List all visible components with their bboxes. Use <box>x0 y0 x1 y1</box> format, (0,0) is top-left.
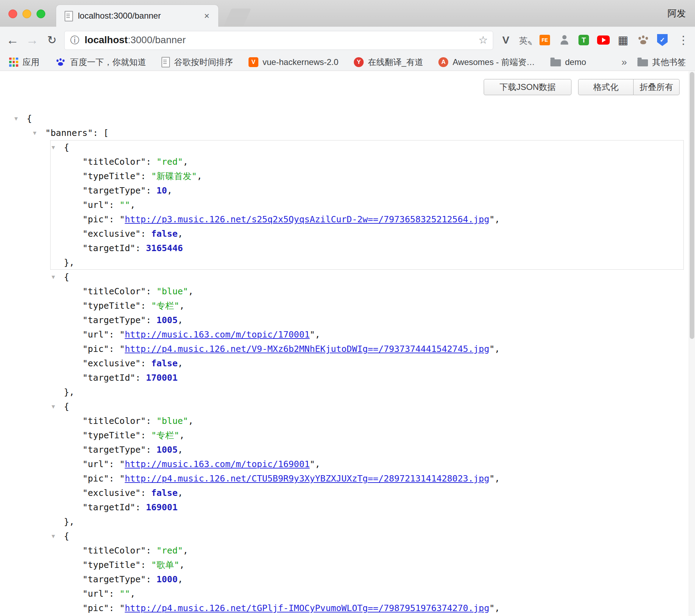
json-punct: , <box>130 200 135 210</box>
json-punct: : <box>109 603 119 613</box>
json-link[interactable]: http://p4.music.126.net/V9-MXz6b2MNhEKju… <box>125 344 489 354</box>
json-punct: " <box>489 603 495 613</box>
json-punct: : <box>141 488 151 498</box>
collapse-toggle-icon[interactable]: ▼ <box>14 111 18 126</box>
titlebar: localhost:3000/banner × 阿发 <box>0 0 695 27</box>
url-path: :3000/banner <box>128 34 186 45</box>
bookmark-label: 在线翻译_有道 <box>368 57 423 68</box>
other-bookmarks-folder[interactable]: 其他书签 <box>637 57 686 68</box>
page-info-icon[interactable]: ⓘ <box>70 31 79 49</box>
qrcode-extension-icon[interactable]: ▦ <box>615 32 631 48</box>
collapse-toggle-icon[interactable]: ▼ <box>52 140 55 155</box>
json-tree: ▼{▼"banners": [▼{"titleColor": "red","ty… <box>0 111 695 616</box>
json-punct: { <box>64 142 69 152</box>
json-number: 1005 <box>157 315 178 325</box>
bookmark-google-sort[interactable]: 谷歌按时间排序 <box>161 57 233 68</box>
json-key: "targetType" <box>82 574 146 584</box>
json-string: "专栏" <box>151 301 179 311</box>
json-link[interactable]: http://p4.music.126.net/tGPljf-IMOCyPvum… <box>125 603 489 613</box>
json-punct: , <box>495 214 500 224</box>
json-key: "url" <box>82 200 109 210</box>
fe-extension-icon[interactable]: FE <box>537 32 552 48</box>
json-key: "pic" <box>82 344 109 354</box>
json-number: false <box>151 358 178 368</box>
profile-name[interactable]: 阿发 <box>668 0 686 27</box>
json-line: "typeTitle": "歌单", <box>0 558 695 572</box>
json-punct: " <box>119 344 125 354</box>
json-line: "url": "", <box>0 198 695 212</box>
bookmark-awesomes[interactable]: A Awesomes - 前端资… <box>438 57 535 68</box>
json-line: ▼{ <box>0 399 695 414</box>
collapse-toggle-icon[interactable]: ▼ <box>33 126 37 140</box>
scrollbar-thumb[interactable] <box>690 72 694 339</box>
person-extension-icon[interactable] <box>557 32 572 48</box>
collapse-toggle-icon[interactable]: ▼ <box>52 270 55 284</box>
back-button[interactable]: ← <box>5 27 20 53</box>
v-badge-icon: V <box>249 57 258 67</box>
browser-menu-icon[interactable]: ⋮ <box>676 32 691 48</box>
json-key: "url" <box>82 329 109 340</box>
close-window-button[interactable] <box>8 9 17 18</box>
json-key: "targetId" <box>82 502 135 512</box>
json-link[interactable]: http://music.163.com/m/topic/170001 <box>125 329 310 340</box>
json-link[interactable]: http://music.163.com/m/topic/169001 <box>125 459 310 469</box>
json-key: "titleColor" <box>82 545 146 556</box>
json-punct: " <box>489 473 495 484</box>
json-punct: " <box>489 344 495 354</box>
new-tab-button[interactable] <box>223 8 251 27</box>
youdao-y-icon: Y <box>354 57 364 67</box>
collapse-toggle-icon[interactable]: ▼ <box>52 529 55 543</box>
json-punct: : <box>146 286 157 296</box>
forward-button[interactable]: → <box>25 27 40 53</box>
json-line: "targetType": 1000, <box>0 572 695 586</box>
json-line: "exclusive": false, <box>0 356 695 371</box>
page-scrollbar[interactable] <box>689 71 695 616</box>
collapse-all-button[interactable]: 折叠所有 <box>634 79 680 95</box>
browser-tab[interactable]: localhost:3000/banner × <box>56 5 218 27</box>
tab-close-icon[interactable]: × <box>201 11 212 21</box>
translate-extension-icon[interactable]: 英✎ <box>518 32 533 48</box>
json-punct: , <box>178 445 183 455</box>
json-link[interactable]: http://p4.music.126.net/CTU5B9R9y3XyYBZX… <box>125 473 489 484</box>
bookmark-star-icon[interactable]: ☆ <box>478 31 488 49</box>
json-string: "专栏" <box>151 430 179 440</box>
json-line: "targetId": 169001 <box>0 500 695 515</box>
page-favicon-icon <box>65 11 73 21</box>
json-string: "blue" <box>157 416 188 426</box>
json-punct: : <box>146 185 157 196</box>
json-punct: { <box>64 401 69 412</box>
json-punct: { <box>27 113 32 124</box>
bookmark-demo-folder[interactable]: demo <box>550 57 586 67</box>
shield-check-extension-icon[interactable]: ✓ <box>655 32 670 48</box>
url-bar[interactable]: ⓘ localhost:3000/banner ☆ <box>64 31 493 50</box>
format-button[interactable]: 格式化 <box>578 79 634 95</box>
download-json-button[interactable]: 下载JSON数据 <box>484 79 571 95</box>
paw-extension-icon[interactable] <box>635 32 651 48</box>
json-line: "exclusive": false, <box>0 227 695 241</box>
json-line: }, <box>0 255 695 270</box>
bookmark-vue-hackernews[interactable]: V vue-hackernews-2.0 <box>249 57 338 67</box>
bookmark-youdao[interactable]: Y 在线翻译_有道 <box>354 57 423 68</box>
json-number: false <box>151 229 178 239</box>
json-key: "targetType" <box>82 315 146 325</box>
tampermonkey-extension-icon[interactable]: T <box>576 32 591 48</box>
bookmark-apps[interactable]: 应用 <box>9 57 39 68</box>
bookmark-baidu[interactable]: 百度一下，你就知道 <box>55 57 146 68</box>
collapse-toggle-icon[interactable]: ▼ <box>52 399 55 414</box>
json-punct: , <box>183 545 188 556</box>
vimium-extension-icon[interactable]: V <box>498 32 514 48</box>
bookmark-label: demo <box>565 57 586 67</box>
json-key: "titleColor" <box>82 157 146 167</box>
json-punct: : <box>146 315 157 325</box>
minimize-window-button[interactable] <box>22 9 31 18</box>
json-string: "歌单" <box>151 560 179 570</box>
bookmark-label: vue-hackernews-2.0 <box>263 57 338 67</box>
reload-button[interactable]: ↻ <box>44 27 60 53</box>
json-link[interactable]: http://p3.music.126.net/s25q2x5QyqsAzilC… <box>125 214 489 224</box>
json-punct: : <box>109 200 119 210</box>
bookmarks-overflow-chevron[interactable]: » <box>621 57 627 68</box>
toolbar: ← → ↻ ⓘ localhost:3000/banner ☆ V 英✎ FE … <box>0 27 695 53</box>
page-icon <box>161 57 170 67</box>
zoom-window-button[interactable] <box>37 9 45 18</box>
youtube-extension-icon[interactable] <box>596 32 611 48</box>
